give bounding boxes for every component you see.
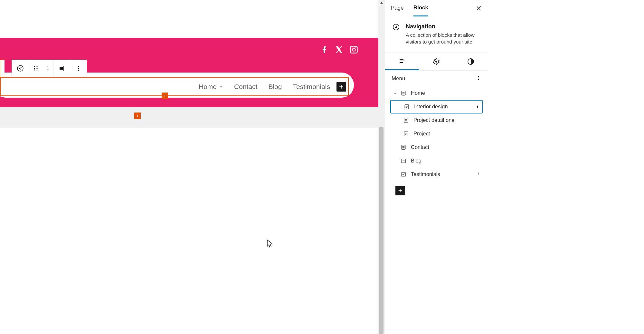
vertical-scrollbar[interactable] [378, 0, 385, 334]
kebab-icon [476, 171, 481, 176]
svg-point-19 [478, 79, 479, 80]
block-toolbar [12, 60, 87, 77]
tab-block[interactable]: Block [413, 0, 428, 16]
move-controls[interactable] [42, 60, 53, 77]
navigation-icon [392, 23, 400, 45]
menu-item-project[interactable]: Project [390, 127, 483, 141]
menu-item-label: Contact [411, 144, 429, 150]
menu-item-home[interactable]: Home [390, 86, 483, 100]
svg-point-31 [478, 173, 478, 174]
svg-rect-10 [63, 66, 64, 71]
svg-point-7 [34, 69, 35, 70]
menu-item-label: Project detail one [413, 117, 455, 123]
scroll-thumb[interactable] [379, 127, 384, 334]
sub-tab-settings[interactable] [419, 53, 453, 70]
sub-tab-styles[interactable] [454, 53, 488, 70]
menu-item-project-detail-one[interactable]: Project detail one [390, 113, 483, 127]
chevron-down-icon [45, 68, 50, 72]
editor-canvas[interactable]: Home Contact Blog Testimonials + + [0, 0, 378, 334]
canvas-empty-region [0, 128, 378, 334]
svg-point-32 [478, 174, 478, 175]
menu-item-options[interactable] [475, 104, 480, 110]
x-twitter-icon[interactable] [335, 45, 344, 55]
svg-rect-9 [60, 67, 63, 70]
page-icon [399, 90, 408, 96]
svg-point-30 [478, 172, 478, 172]
svg-point-13 [78, 70, 79, 71]
sub-tab-list-view[interactable] [385, 53, 419, 70]
navigation-block-selected[interactable]: Home Contact Blog Testimonials [0, 77, 349, 96]
svg-point-12 [78, 68, 79, 69]
svg-point-22 [477, 105, 478, 105]
menu-heading: Menu [392, 75, 405, 82]
nav-link-home[interactable]: Home [199, 83, 223, 91]
block-type-button[interactable] [12, 60, 29, 77]
kebab-icon [75, 64, 82, 72]
chevron-down-icon [219, 84, 223, 89]
block-description: Navigation A collection of blocks that a… [385, 16, 488, 53]
instagram-icon[interactable] [349, 45, 358, 55]
block-options-button[interactable] [70, 60, 87, 77]
svg-point-15 [435, 61, 437, 63]
block-inserter-handle[interactable]: + [162, 93, 168, 99]
chevron-up-icon [45, 65, 50, 68]
menu-tree: Home Interior design Project detail one … [385, 85, 488, 195]
svg-point-1 [355, 47, 356, 48]
list-view-icon [398, 57, 406, 65]
justify-button[interactable] [53, 60, 70, 77]
chevron-down-icon[interactable] [392, 91, 398, 95]
svg-point-14 [393, 24, 399, 30]
menu-item-options[interactable] [476, 171, 481, 177]
nav-link-contact[interactable]: Contact [234, 83, 257, 91]
block-settings-sidebar: Page Block Navigation A collection of bl… [385, 0, 488, 334]
tab-page[interactable]: Page [391, 0, 404, 16]
drag-icon [32, 64, 40, 72]
justify-right-icon [58, 64, 66, 72]
nav-link-label: Blog [268, 83, 282, 91]
styles-icon [467, 58, 475, 65]
nav-link-label: Contact [234, 83, 257, 91]
menu-item-contact[interactable]: Contact [390, 141, 483, 154]
close-sidebar-button[interactable] [474, 4, 483, 13]
add-nav-item-button[interactable] [336, 82, 346, 92]
sidebar-tabs: Page Block [385, 0, 488, 16]
svg-point-24 [477, 107, 478, 108]
add-menu-item-button[interactable] [395, 186, 405, 195]
page-icon [399, 144, 408, 151]
menu-item-blog[interactable]: Blog [390, 154, 483, 168]
nav-link-blog[interactable]: Blog [268, 83, 282, 91]
facebook-icon[interactable] [320, 45, 329, 55]
svg-point-3 [34, 66, 35, 67]
menu-item-label: Project [413, 131, 430, 137]
svg-point-8 [36, 69, 37, 70]
block-desc-text: A collection of blocks that allow visito… [406, 32, 481, 45]
svg-point-0 [352, 48, 355, 51]
menu-item-interior-design[interactable]: Interior design [390, 100, 483, 113]
svg-point-4 [36, 66, 37, 67]
kebab-icon [476, 75, 481, 81]
scroll-up-button[interactable] [378, 0, 385, 6]
nav-items: Home Contact Blog Testimonials [199, 83, 330, 91]
menu-item-testimonials[interactable]: Testimonials [390, 168, 483, 181]
navigation-icon [16, 64, 24, 72]
page-icon [402, 103, 411, 110]
plus-icon [338, 84, 345, 90]
block-title: Navigation [406, 23, 481, 30]
svg-point-5 [34, 68, 35, 69]
mouse-cursor [267, 239, 274, 248]
drag-handle[interactable] [29, 60, 42, 77]
block-inserter-handle[interactable]: + [134, 113, 141, 119]
svg-point-6 [36, 68, 37, 69]
nav-link-label: Testimonials [293, 83, 330, 91]
parent-block-button[interactable] [0, 60, 5, 77]
menu-item-label: Testimonials [411, 171, 440, 177]
archive-icon [399, 171, 408, 178]
nav-link-label: Home [199, 83, 217, 91]
svg-point-11 [78, 66, 79, 67]
menu-item-label: Blog [411, 158, 421, 164]
menu-item-label: Interior design [414, 103, 448, 110]
nav-link-testimonials[interactable]: Testimonials [293, 83, 330, 91]
menu-options-button[interactable] [476, 75, 481, 83]
archive-icon [399, 158, 408, 164]
block-sub-tabs [385, 53, 488, 71]
